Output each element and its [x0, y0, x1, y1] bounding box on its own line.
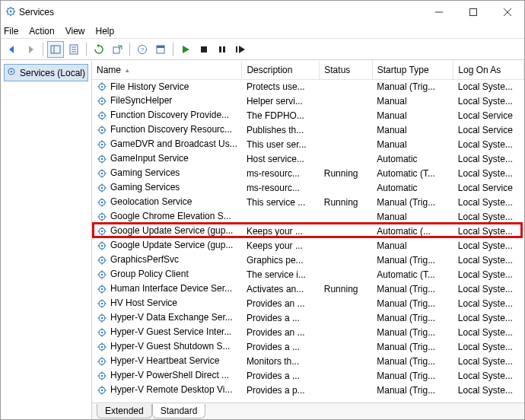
start-service-button[interactable]: [177, 41, 194, 58]
svg-text:?: ?: [141, 46, 145, 53]
window-controls: [422, 1, 524, 24]
service-logon: Local Syste...: [453, 238, 524, 253]
export-list-button[interactable]: [109, 41, 126, 58]
minimize-button[interactable]: [422, 1, 456, 24]
table-row[interactable]: File History ServiceProtects use...Manua…: [92, 79, 524, 94]
service-logon: Local Syste...: [453, 339, 524, 354]
table-row[interactable]: Group Policy ClientThe service i...Autom…: [92, 267, 524, 282]
close-button[interactable]: [490, 1, 524, 24]
service-icon: [97, 197, 107, 208]
svg-line-9: [13, 8, 14, 8]
service-description: Monitors th...: [242, 354, 320, 368]
service-description: Helper servi...: [242, 94, 320, 108]
table-row[interactable]: Hyper-V Heartbeat ServiceMonitors th...M…: [92, 354, 524, 368]
table-row[interactable]: HV Host ServiceProvides an ...Manual (Tr…: [92, 296, 524, 310]
nav-pane: Services (Local): [1, 61, 92, 419]
forward-button[interactable]: [22, 41, 39, 58]
service-description: Publishes th...: [242, 123, 320, 137]
services-list[interactable]: Name▴ Description Status Startup Type Lo…: [92, 61, 524, 402]
service-description: Provides a ...: [242, 368, 320, 383]
service-name: GameInput Service: [110, 153, 189, 164]
table-row[interactable]: GameDVR and Broadcast Us...This user ser…: [92, 137, 524, 151]
table-row[interactable]: Human Interface Device Ser...Activates a…: [92, 282, 524, 296]
service-startup: Automatic (T...: [372, 267, 453, 282]
svg-point-86: [101, 216, 103, 218]
table-row[interactable]: GameInput ServiceHost service...Automati…: [92, 151, 524, 166]
service-startup: Manual: [372, 108, 453, 123]
service-status: Running: [320, 166, 372, 180]
svg-rect-24: [157, 46, 164, 48]
help-button[interactable]: ?: [134, 41, 151, 58]
table-row[interactable]: Hyper-V Remote Desktop Vi...Provides a p…: [92, 383, 524, 397]
table-row[interactable]: Geolocation ServiceThis service ...Runni…: [92, 195, 524, 209]
restart-service-button[interactable]: [232, 41, 249, 58]
tab-standard[interactable]: Standard: [152, 404, 206, 418]
table-row[interactable]: Google Chrome Elevation S...ManualLocal …: [92, 209, 524, 224]
tab-bar: Extended Standard: [92, 402, 524, 419]
show-hide-tree-button[interactable]: [47, 41, 64, 58]
service-description: Host service...: [242, 151, 320, 166]
table-row[interactable]: Hyper-V PowerShell Direct ...Provides a …: [92, 368, 524, 383]
stop-service-button[interactable]: [196, 41, 212, 58]
service-status: [320, 108, 372, 123]
service-logon: Local Syste...: [453, 267, 524, 282]
service-name: HV Host Service: [110, 298, 177, 308]
service-startup: Manual (Trig...: [372, 195, 453, 209]
service-description: Provides a p...: [242, 383, 320, 397]
table-row[interactable]: Function Discovery Provide...The FDPHO..…: [92, 108, 524, 123]
table-row[interactable]: Google Update Service (gup...Keeps your …: [92, 224, 524, 238]
column-header-startup[interactable]: Startup Type: [372, 61, 453, 79]
service-startup: Manual (Trig...: [372, 325, 453, 339]
service-name: Gaming Services: [110, 167, 180, 178]
column-header-description[interactable]: Description: [242, 61, 320, 79]
maximize-button[interactable]: [456, 1, 490, 24]
service-icon: [97, 255, 107, 266]
properties-sheet-button[interactable]: [65, 41, 82, 58]
svg-point-56: [101, 144, 103, 145]
nav-root-item[interactable]: Services (Local): [4, 64, 88, 81]
service-status: [320, 253, 372, 267]
service-icon: [97, 298, 107, 309]
table-row[interactable]: Hyper-V Guest Service Inter...Provides a…: [92, 325, 524, 339]
table-row[interactable]: Gaming Servicesms-resourc...RunningAutom…: [92, 166, 524, 180]
back-button[interactable]: [4, 41, 21, 58]
service-name: Hyper-V Remote Desktop Vi...: [110, 384, 233, 395]
toolbar-separator: [86, 43, 87, 56]
table-row[interactable]: Function Discovery Resourc...Publishes t…: [92, 123, 524, 137]
properties-button[interactable]: [152, 41, 169, 58]
service-startup: Manual (Trig...: [372, 339, 453, 354]
table-row[interactable]: Gaming Servicesms-resourc...AutomaticLoc…: [92, 180, 524, 195]
menu-file[interactable]: File: [4, 26, 18, 37]
sort-asc-icon: ▴: [126, 66, 129, 74]
service-name: Google Update Service (gup...: [110, 225, 233, 236]
column-header-name[interactable]: Name▴: [92, 61, 242, 79]
service-startup: Automatic (...: [372, 224, 453, 238]
table-row[interactable]: GraphicsPerfSvcGraphics pe...Manual (Tri…: [92, 253, 524, 267]
pause-service-button[interactable]: [214, 41, 231, 58]
service-description: Keeps your ...: [242, 238, 320, 253]
table-row[interactable]: Hyper-V Data Exchange Ser...Provides a .…: [92, 310, 524, 325]
table-row[interactable]: FileSyncHelperHelper servi...ManualLocal…: [92, 94, 524, 108]
column-header-row: Name▴ Description Status Startup Type Lo…: [92, 61, 524, 79]
service-logon: Local Syste...: [453, 137, 524, 151]
service-description: This service ...: [242, 195, 320, 209]
service-status: Running: [320, 282, 372, 296]
tab-extended[interactable]: Extended: [97, 404, 152, 418]
service-name: Hyper-V Guest Service Inter...: [110, 326, 231, 337]
menu-help[interactable]: Help: [96, 26, 115, 37]
column-header-logon[interactable]: Log On As: [453, 61, 524, 79]
service-description: ms-resourc...: [242, 166, 320, 180]
menu-view[interactable]: View: [65, 26, 85, 37]
service-status: [320, 94, 372, 108]
table-row[interactable]: Google Update Service (gup...Keeps your …: [92, 238, 524, 253]
menu-action[interactable]: Action: [29, 26, 54, 37]
svg-point-74: [101, 187, 103, 189]
svg-point-92: [101, 231, 103, 232]
service-description: Provides an ...: [242, 325, 320, 339]
service-name: Hyper-V Heartbeat Service: [110, 355, 219, 366]
svg-point-30: [11, 71, 12, 72]
refresh-button[interactable]: [91, 41, 107, 58]
table-row[interactable]: Hyper-V Guest Shutdown S...Provides a ..…: [92, 339, 524, 354]
services-icon: [6, 66, 17, 79]
column-header-status[interactable]: Status: [320, 61, 372, 79]
